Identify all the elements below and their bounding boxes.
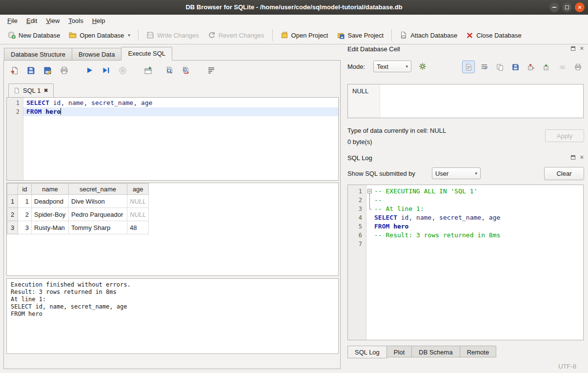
find-replace-button[interactable] [180, 64, 192, 77]
titlebar: DB Browser for SQLite - /home/user/code/… [0, 0, 588, 15]
save-project-icon [337, 31, 345, 39]
log-line-6: -- Result: 3 rows returned in 8ms [373, 231, 583, 240]
dock-tab-db-schema[interactable]: DB Schema [411, 346, 460, 357]
stop-execution-button [116, 64, 129, 77]
cell-age[interactable]: NULL [127, 208, 149, 221]
menu-edit[interactable]: Edit [22, 16, 41, 26]
set-null-button [556, 61, 568, 73]
dock-tab-sql-log[interactable]: SQL Log [347, 346, 387, 358]
word-wrap-button[interactable] [478, 61, 490, 73]
tab-execute-sql[interactable]: Execute SQL [121, 47, 172, 61]
column-header-secret-name[interactable]: secret_name [69, 184, 127, 195]
word-wrap-button[interactable] [205, 64, 218, 77]
cell-age[interactable]: NULL [127, 195, 149, 208]
save-sql-file-button[interactable] [24, 64, 37, 77]
editor-code-area[interactable]: SELECT id, name, secret_name, age FROM h… [23, 98, 338, 180]
save-sql-file-as-button[interactable] [41, 64, 54, 77]
float-dock-icon[interactable] [571, 155, 575, 160]
window-title: DB Browser for SQLite - /home/user/code/… [185, 3, 402, 11]
find-button[interactable] [163, 64, 176, 77]
import-cell-button[interactable] [540, 61, 553, 73]
new-database-button[interactable]: New Database [4, 29, 64, 41]
save-cell-button[interactable] [509, 61, 522, 73]
tab-browse-data[interactable]: Browse Data [72, 48, 122, 61]
save-project-button[interactable]: Save Project [333, 29, 387, 41]
save-icon [512, 63, 519, 71]
menu-file[interactable]: File [3, 16, 22, 26]
cell-secret-name[interactable]: Pedro Parqueador [69, 208, 127, 221]
line-number: 1 [348, 187, 362, 196]
column-header-id[interactable]: id [18, 184, 32, 195]
close-dock-icon[interactable]: ✕ [580, 46, 584, 51]
menu-view[interactable]: View [41, 16, 64, 26]
save-sql-file-as-icon [43, 66, 52, 75]
editor-line-1: SELECT id, name, secret_name, age [23, 99, 338, 107]
attach-database-button[interactable]: Attach Database [396, 29, 461, 41]
sql-log-filter-row: Show SQL submitted by User ▾ [347, 166, 481, 180]
corner-header[interactable] [7, 184, 18, 195]
line-number: 6 [348, 231, 362, 240]
print-button[interactable] [58, 64, 70, 77]
sql-document-tab[interactable]: SQL 1 ✖ [8, 83, 54, 97]
clear-log-button[interactable]: Clear [544, 167, 584, 180]
cell-name[interactable]: Rusty-Man [32, 221, 69, 234]
text-caret [61, 108, 61, 115]
editor-line-2: FROM hero [23, 107, 338, 116]
row-number[interactable]: 1 [7, 195, 18, 208]
log-line-5: FROM hero [373, 222, 583, 231]
open-database-button[interactable]: Open Database ▾ [65, 29, 134, 41]
row-number[interactable]: 3 [7, 221, 18, 234]
export-icon [527, 63, 535, 71]
results-grid: id name secret_name age 1 1 Deadpond Div… [6, 183, 339, 276]
cell-name[interactable]: Deadpond [32, 195, 69, 208]
mode-combobox[interactable]: Text ▾ [373, 61, 411, 72]
open-database-dropdown-icon[interactable]: ▾ [128, 33, 130, 38]
cell-settings-button[interactable] [416, 60, 429, 73]
cell-age[interactable]: 48 [127, 221, 149, 234]
export-cell-button[interactable] [525, 61, 537, 73]
cell-size-info: 0 byte(s) [347, 138, 372, 145]
column-header-name[interactable]: name [32, 184, 69, 195]
maximize-button[interactable] [562, 2, 572, 12]
close-dock-icon[interactable]: ✕ [580, 155, 584, 160]
minimize-button[interactable] [549, 2, 559, 12]
text-mode-button[interactable] [462, 61, 475, 73]
submitted-by-combobox[interactable]: User ▾ [432, 167, 481, 179]
execute-all-button[interactable] [83, 64, 96, 77]
close-button[interactable]: ✕ [575, 2, 585, 12]
encoding-indicator[interactable]: UTF-8 [558, 363, 576, 370]
new-sql-tab-button[interactable] [142, 64, 154, 77]
dock-tab-plot[interactable]: Plot [386, 346, 412, 357]
row-number[interactable]: 2 [7, 208, 18, 221]
cell-secret-name[interactable]: Tommy Sharp [69, 221, 127, 234]
sql-tab-close-icon[interactable]: ✖ [43, 87, 48, 94]
open-project-button[interactable]: Open Project [277, 29, 332, 41]
float-dock-icon[interactable] [571, 46, 575, 51]
cell-name[interactable]: Spider-Boy [32, 208, 69, 221]
copy-button[interactable] [493, 61, 506, 73]
main-tab-bar: Database Structure Browse Data Execute S… [4, 47, 172, 61]
cell-id[interactable]: 1 [18, 195, 32, 208]
cell-value-editor[interactable]: NULL [347, 84, 584, 118]
cell-id[interactable]: 3 [18, 221, 32, 234]
fold-collapse-icon[interactable] [367, 189, 372, 193]
log-line-3: -- At line 1: [373, 205, 583, 213]
menu-help[interactable]: Help [88, 16, 110, 26]
sql-editor[interactable]: 1 2 SELECT id, name, secret_name, age FR… [6, 98, 339, 181]
mode-label: Mode: [347, 63, 365, 70]
print-cell-button[interactable] [571, 61, 584, 73]
execute-current-line-button[interactable] [100, 64, 112, 77]
copy-icon [496, 63, 504, 71]
line-number: 2 [348, 196, 362, 205]
dock-tab-remote[interactable]: Remote [460, 346, 497, 357]
column-header-age[interactable]: age [127, 184, 149, 195]
revert-changes-button: Revert Changes [204, 29, 268, 41]
menu-tools[interactable]: Tools [64, 16, 87, 26]
cell-id[interactable]: 2 [18, 208, 32, 221]
close-database-button[interactable]: Close Database [462, 29, 526, 41]
log-line-4: SELECT id, name, secret_name, age [373, 213, 583, 222]
tab-database-structure[interactable]: Database Structure [4, 48, 72, 61]
cell-secret-name[interactable]: Dive Wilson [69, 195, 127, 208]
status-bar: UTF-8 [0, 360, 588, 373]
open-sql-file-button[interactable] [8, 64, 20, 77]
